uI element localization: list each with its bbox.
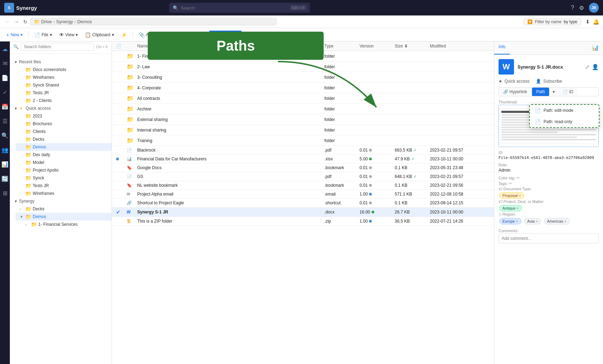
sidebar-people-icon[interactable]: 👥: [0, 145, 10, 155]
refresh-button[interactable]: ↻: [22, 18, 29, 25]
tab-hyperlink[interactable]: 🔗 Hyperlink: [499, 88, 531, 96]
sidebar-item-project-apollo[interactable]: 📁 Project Apollo: [15, 166, 112, 174]
file-button[interactable]: 📄 File ▾: [31, 31, 55, 39]
antique-tag[interactable]: Antique ×: [499, 205, 522, 211]
section-recent-files[interactable]: ▼ Recent files: [10, 58, 112, 66]
tab-other[interactable]: 📊: [588, 41, 603, 55]
sidebar-calendar-icon[interactable]: 📅: [0, 102, 10, 111]
remove-antique-tag[interactable]: ×: [516, 206, 519, 210]
table-row[interactable]: 🗜 This is a ZIP folder .zip 1.00 36.5 KB…: [112, 217, 494, 226]
sidebar-item-wireframes[interactable]: 📁 Wireframes: [15, 74, 112, 81]
sidebar-drive-icon[interactable]: ☁: [1, 44, 9, 54]
sidebar-item-brochures[interactable]: 📁 Brochures: [15, 120, 112, 128]
header-size[interactable]: Size ⬇: [395, 44, 430, 49]
table-row[interactable]: 📁 Training folder: [112, 135, 494, 146]
proposal-tag[interactable]: Proposal ×: [499, 192, 524, 199]
resize-icon[interactable]: ⤢: [585, 64, 590, 70]
table-row[interactable]: ✉ Project Alpha email .email 1.00 571.1 …: [112, 190, 494, 199]
search-bar[interactable]: 🔍 Ctrl + F: [169, 3, 310, 13]
settings-icon[interactable]: ⚙: [579, 5, 584, 11]
sidebar-item-synck-shared[interactable]: 📁 Synck Shared: [15, 81, 112, 89]
edit-color-tag-icon[interactable]: ✏: [516, 175, 520, 180]
header-modified[interactable]: Modified: [430, 44, 490, 49]
forward-button[interactable]: →: [13, 18, 20, 25]
header-version[interactable]: Version: [360, 44, 395, 49]
doc-type-tags: Proposal ×: [499, 192, 599, 199]
breadcrumb-demos[interactable]: Demos: [77, 19, 92, 24]
asia-tag[interactable]: Asia ×: [524, 218, 541, 224]
sidebar-item-2023[interactable]: 📁 2023: [15, 112, 112, 120]
app-logo[interactable]: S Synergy: [4, 3, 37, 13]
help-icon[interactable]: ?: [571, 5, 574, 11]
sidebar-item-decks[interactable]: 📁 Decks: [15, 135, 112, 143]
table-row[interactable]: 📊 Financial Data for Car Manufacturers .…: [112, 155, 494, 164]
table-row[interactable]: 📄 GS .pdf 0.01 648.1 KB ✓ 2023-02-21 09:…: [112, 172, 494, 181]
remove-europe-tag[interactable]: ×: [516, 219, 518, 223]
sidebar-sync-icon[interactable]: 🔄: [0, 174, 10, 184]
table-row[interactable]: 📄 Blackrock .pdf 0.01 663.5 KB ✓ 2023-02…: [112, 146, 494, 155]
filter-bar[interactable]: 🔽 Filter by name by type: [523, 18, 581, 25]
comment-input[interactable]: [499, 234, 599, 243]
path-edit-mode-option[interactable]: 📄 Path: edit-mode: [530, 105, 599, 116]
doc-line: [501, 132, 558, 133]
header-type[interactable]: Type: [324, 44, 360, 49]
path-dropdown-toggle[interactable]: ▾: [550, 88, 558, 96]
avatar[interactable]: JR: [589, 3, 599, 13]
person-icon[interactable]: 👤: [592, 64, 599, 70]
sidebar-search-input[interactable]: [21, 43, 94, 51]
back-button[interactable]: ←: [4, 18, 11, 25]
remove-proposal-tag[interactable]: ×: [519, 193, 521, 198]
sidebar-analytics-icon[interactable]: 📊: [0, 160, 10, 169]
sidebar-item-2-clients[interactable]: 📁 2 - Clients: [15, 97, 112, 104]
tab-path[interactable]: Path: [532, 88, 549, 96]
edit-tags-icon[interactable]: ✏: [509, 181, 512, 186]
sidebar-search-icon2[interactable]: 🔍: [0, 131, 10, 140]
search-input[interactable]: [180, 5, 288, 11]
sidebar-pages-icon[interactable]: 📄: [0, 73, 10, 83]
subscribe-label[interactable]: Subscribe: [543, 79, 562, 84]
sidebar-item-tests-jr-2[interactable]: 📁 Tests JR: [15, 182, 112, 190]
sidebar-item-model[interactable]: 📁 Model: [15, 159, 112, 166]
americas-tag[interactable]: Americas ×: [544, 218, 570, 224]
tab-info[interactable]: Info: [494, 41, 510, 55]
doc-type-label: 🏷 Document Type:: [499, 187, 599, 191]
table-row[interactable]: 🔖 Google Docs .bookmark 0.01 0.1 KB 2023…: [112, 164, 494, 172]
quick-access-label[interactable]: Quick access: [504, 79, 529, 84]
extra-button[interactable]: ⚡: [118, 31, 130, 39]
remove-asia-tag[interactable]: ×: [536, 219, 538, 223]
new-button[interactable]: + New ▾: [4, 31, 25, 39]
section-quick-access[interactable]: ▼ ★ Quick access: [10, 104, 112, 112]
tab-id[interactable]: 📄 ID: [558, 88, 577, 96]
table-row-selected[interactable]: ✔ W Synergy S-1 JR .docx 16.00 26.7 KB 2…: [112, 207, 494, 217]
breadcrumb-drive[interactable]: Drive: [41, 19, 52, 24]
sidebar-item-synck[interactable]: 📁 Synck: [15, 174, 112, 182]
view-button[interactable]: 👁 View ▾: [56, 31, 81, 39]
sidebar-item-dev-daily[interactable]: 📁 Dev daily: [15, 151, 112, 159]
sidebar-item-synergy-decks[interactable]: › 📁 Decks: [15, 205, 112, 213]
sidebar-item-demos[interactable]: 📁 Demos: [15, 143, 112, 151]
sidebar-grid-icon[interactable]: ⊞: [1, 189, 9, 198]
remove-americas-tag[interactable]: ×: [564, 219, 566, 223]
europe-tag[interactable]: Europe ×: [499, 218, 521, 224]
table-row[interactable]: 🔗 Shortcut to Project Eagle .shortcut 0.…: [112, 199, 494, 207]
sidebar-item-docs-screenshots[interactable]: 📁 Docs screenshots: [15, 66, 112, 74]
sidebar-item-1-financial-services[interactable]: › 📁 1- Financial Services: [21, 221, 112, 228]
path-read-only-option[interactable]: 📄 Path: read-only: [530, 116, 599, 127]
notification-icon[interactable]: 🔔: [593, 19, 599, 25]
clipboard-button[interactable]: 📋 Clipboard ▾: [82, 31, 116, 39]
sidebar-item-wireframes-2[interactable]: 📁 Wireframes: [15, 190, 112, 197]
pdf-file-icon-2: 📄: [127, 174, 132, 179]
sidebar-item-tests-jr[interactable]: 📁 Tests JR: [15, 89, 112, 97]
filter-type[interactable]: by type: [564, 19, 577, 24]
section-synergy[interactable]: ▼ Synergy: [10, 197, 112, 205]
sidebar-list-icon[interactable]: ☰: [1, 116, 9, 126]
table-row[interactable]: 📁 Internal sharing folder: [112, 125, 494, 135]
sidebar-tasks-icon[interactable]: ✓: [1, 88, 9, 97]
breadcrumb-synergy[interactable]: Synergy: [56, 19, 73, 24]
clipboard-dropdown-icon: ▾: [112, 32, 114, 37]
download-nav-icon[interactable]: ⬇: [585, 19, 590, 25]
sidebar-item-synergy-demos[interactable]: ▼ 📁 Demos: [15, 213, 112, 221]
sidebar-inbox-icon[interactable]: ✉: [1, 59, 9, 68]
table-row[interactable]: 🔖 NL website bookmark .bookmark 0.01 0.1…: [112, 181, 494, 190]
sidebar-item-clients[interactable]: 📁 Clients: [15, 128, 112, 135]
